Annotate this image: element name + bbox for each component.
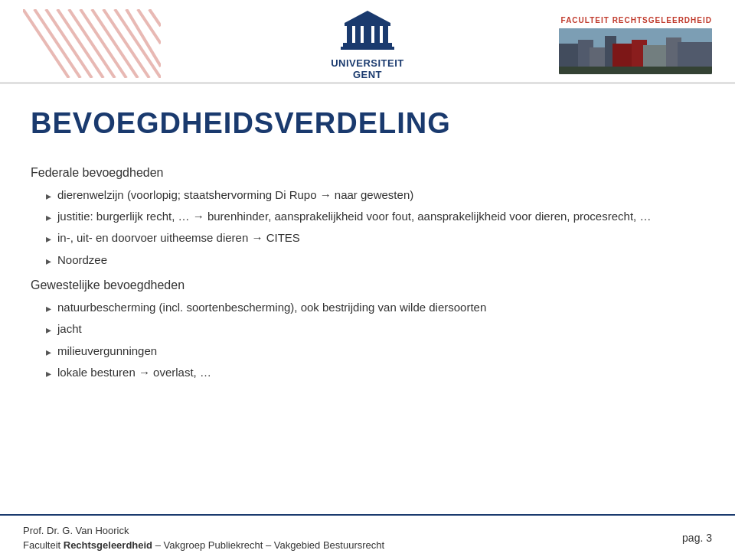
professor-name: Prof. Dr. G. Van Hoorick [23, 523, 384, 539]
bullet-arrow-icon: ▸ [46, 230, 51, 247]
bullet-text: milieuvergunningen [57, 342, 157, 360]
svg-rect-21 [341, 47, 394, 50]
svg-rect-14 [345, 23, 390, 26]
page-number: pag. 3 [682, 532, 712, 544]
university-name-line2: GENT [353, 69, 382, 80]
faculty-image [559, 28, 712, 74]
bullet-arrow-icon: ▸ [46, 187, 51, 204]
svg-rect-25 [578, 40, 593, 74]
list-item: ▸ milieuvergunningen [31, 342, 704, 360]
footer-left: Prof. Dr. G. Van Hoorick Faculteit Recht… [23, 523, 384, 553]
faculty-label: FACULTEIT RECHTSGELEERDHEID [561, 16, 712, 24]
section-gewestelijke-heading: Gewestelijke bevoegdheden [31, 275, 704, 295]
list-item: ▸ natuurbescherming (incl. soortenbesche… [31, 298, 704, 317]
svg-rect-29 [632, 40, 647, 74]
bullet-arrow-icon: ▸ [46, 252, 51, 269]
faculty-info: Faculteit Rechtsgeleerdheid – Vakgroep P… [23, 538, 384, 553]
svg-rect-20 [343, 43, 392, 47]
list-item: ▸ justitie: burgerlijk recht, … → burenh… [31, 207, 704, 226]
bullet-text: in-, uit- en doorvoer uitheemse dieren →… [57, 229, 300, 247]
bullet-arrow-icon: ▸ [46, 321, 51, 338]
bullet-arrow-icon: ▸ [46, 365, 51, 382]
svg-rect-31 [666, 37, 681, 74]
university-name-line1: UNIVERSITEIT [331, 57, 404, 69]
svg-rect-28 [612, 44, 635, 74]
content-body: Federale bevoegdheden ▸ dierenwelzijn (v… [31, 163, 704, 499]
list-item: ▸ dierenwelzijn (voorlopig; staatshervor… [31, 186, 704, 204]
bullet-text: jacht [57, 320, 82, 338]
bullet-text: dierenwelzijn (voorlopig; staatshervormi… [57, 186, 413, 204]
svg-rect-26 [590, 47, 609, 74]
logo-building-icon [341, 9, 394, 51]
main-content: BEVOEGDHEIDSVERDELING Federale bevoegdhe… [0, 84, 735, 514]
list-item: ▸ Noordzee [31, 251, 704, 269]
university-name: UNIVERSITEIT GENT [331, 57, 404, 80]
faculty-bold: Rechtsgeleerdheid [64, 539, 152, 551]
svg-rect-22 [559, 28, 712, 74]
svg-rect-19 [383, 26, 388, 43]
svg-rect-15 [347, 26, 352, 43]
svg-rect-27 [605, 36, 616, 74]
slide-title: BEVOEGDHEIDSVERDELING [31, 107, 704, 140]
bullet-text: Noordzee [57, 251, 107, 269]
svg-rect-18 [374, 26, 380, 43]
header-left [23, 9, 176, 81]
svg-rect-16 [355, 26, 361, 43]
svg-rect-30 [643, 45, 670, 74]
svg-marker-13 [345, 11, 390, 23]
section-federale-heading: Federale bevoegdheden [31, 163, 704, 183]
bullet-text: natuurbescherming (incl. soortenbescherm… [57, 298, 486, 317]
bullet-text: lokale besturen → overlast, … [57, 363, 211, 382]
svg-rect-23 [559, 28, 712, 55]
svg-rect-24 [559, 44, 582, 74]
svg-rect-17 [364, 26, 371, 43]
svg-rect-12 [23, 9, 161, 78]
list-item: ▸ jacht [31, 320, 704, 338]
bullet-arrow-icon: ▸ [46, 300, 51, 317]
bullet-text: justitie: burgerlijk recht, … → burenhin… [57, 207, 651, 226]
university-logo: UNIVERSITEIT GENT [331, 9, 404, 80]
footer: Prof. Dr. G. Van Hoorick Faculteit Recht… [0, 514, 735, 560]
slide: UNIVERSITEIT GENT FACULTEIT RECHTSGELEER… [0, 0, 735, 560]
svg-rect-32 [678, 42, 712, 74]
header: UNIVERSITEIT GENT FACULTEIT RECHTSGELEER… [0, 0, 735, 84]
list-item: ▸ lokale besturen → overlast, … [31, 363, 704, 382]
bullet-arrow-icon: ▸ [46, 343, 51, 360]
bullet-arrow-icon: ▸ [46, 209, 51, 226]
list-item: ▸ in-, uit- en doorvoer uitheemse dieren… [31, 229, 704, 247]
header-right: FACULTEIT RECHTSGELEERDHEID [559, 16, 712, 74]
svg-rect-33 [559, 67, 712, 74]
